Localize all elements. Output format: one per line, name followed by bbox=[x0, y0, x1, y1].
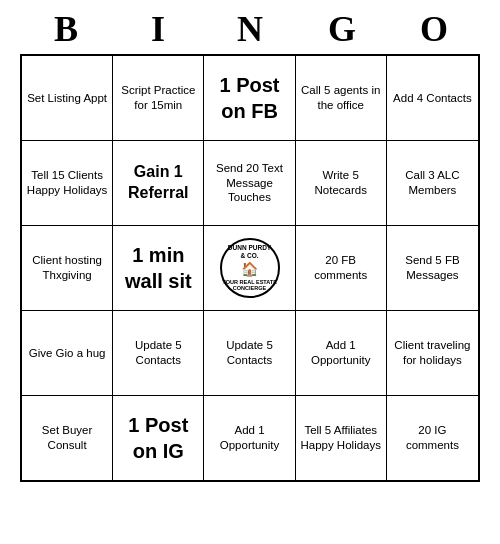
grid-row-0: Set Listing Appt Script Practice for 15m… bbox=[22, 56, 478, 141]
cell-0-2[interactable]: 1 Post on FB bbox=[204, 56, 295, 140]
grid-row-3: Give Gio a hug Update 5 Contacts Update … bbox=[22, 311, 478, 396]
bingo-letter-g: G bbox=[312, 8, 372, 50]
grid-row-4: Set Buyer Consult 1 Post on IG Add 1 Opp… bbox=[22, 396, 478, 480]
cell-2-3[interactable]: 20 FB comments bbox=[296, 226, 387, 310]
bingo-letter-i: I bbox=[128, 8, 188, 50]
bingo-letter-b: B bbox=[36, 8, 96, 50]
cell-0-0[interactable]: Set Listing Appt bbox=[22, 56, 113, 140]
free-space-logo: DUNN PURDY & CO. 🏠 YOUR REAL ESTATE CONC… bbox=[220, 238, 280, 298]
cell-0-3[interactable]: Call 5 agents in the office bbox=[296, 56, 387, 140]
cell-1-3[interactable]: Write 5 Notecards bbox=[296, 141, 387, 225]
bingo-grid: Set Listing Appt Script Practice for 15m… bbox=[20, 54, 480, 482]
bingo-letter-o: O bbox=[404, 8, 464, 50]
cell-1-4[interactable]: Call 3 ALC Members bbox=[387, 141, 478, 225]
cell-4-1[interactable]: 1 Post on IG bbox=[113, 396, 204, 480]
cell-3-0[interactable]: Give Gio a hug bbox=[22, 311, 113, 395]
grid-row-1: Tell 15 Clients Happy Holidays Gain 1 Re… bbox=[22, 141, 478, 226]
cell-4-3[interactable]: Tell 5 Affiliates Happy Holidays bbox=[296, 396, 387, 480]
cell-1-2[interactable]: Send 20 Text Message Touches bbox=[204, 141, 295, 225]
cell-2-0[interactable]: Client hosting Thxgiving bbox=[22, 226, 113, 310]
cell-4-0[interactable]: Set Buyer Consult bbox=[22, 396, 113, 480]
cell-2-1[interactable]: 1 min wall sit bbox=[113, 226, 204, 310]
cell-3-3[interactable]: Add 1 Opportunity bbox=[296, 311, 387, 395]
cell-3-4[interactable]: Client traveling for holidays bbox=[387, 311, 478, 395]
cell-1-1[interactable]: Gain 1 Referral bbox=[113, 141, 204, 225]
cell-4-4[interactable]: 20 IG comments bbox=[387, 396, 478, 480]
cell-2-2-free[interactable]: DUNN PURDY & CO. 🏠 YOUR REAL ESTATE CONC… bbox=[204, 226, 295, 310]
house-icon: 🏠 bbox=[241, 261, 258, 278]
cell-4-2[interactable]: Add 1 Opportunity bbox=[204, 396, 295, 480]
cell-0-1[interactable]: Script Practice for 15min bbox=[113, 56, 204, 140]
cell-3-1[interactable]: Update 5 Contacts bbox=[113, 311, 204, 395]
grid-row-2: Client hosting Thxgiving 1 min wall sit … bbox=[22, 226, 478, 311]
cell-0-4[interactable]: Add 4 Contacts bbox=[387, 56, 478, 140]
cell-2-4[interactable]: Send 5 FB Messages bbox=[387, 226, 478, 310]
title-row: B I N G O bbox=[20, 0, 480, 54]
cell-1-0[interactable]: Tell 15 Clients Happy Holidays bbox=[22, 141, 113, 225]
cell-3-2[interactable]: Update 5 Contacts bbox=[204, 311, 295, 395]
bingo-letter-n: N bbox=[220, 8, 280, 50]
